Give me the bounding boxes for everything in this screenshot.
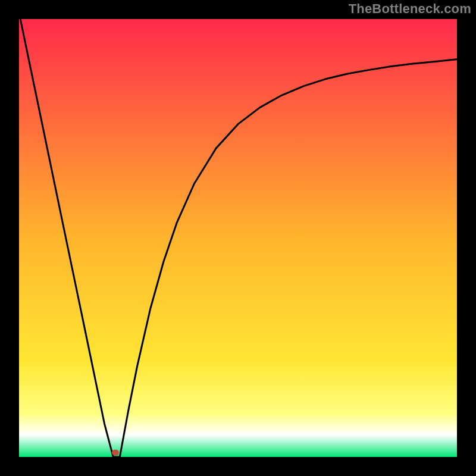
attribution-text: TheBottleneck.com <box>349 1 471 17</box>
chart-background <box>19 19 457 457</box>
bottleneck-chart <box>19 19 457 457</box>
optimal-point-marker <box>112 450 119 456</box>
chart-frame <box>0 0 476 476</box>
